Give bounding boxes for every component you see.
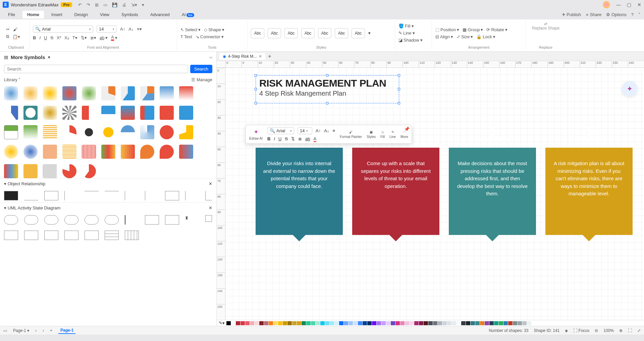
- lock-button[interactable]: 🔒 Lock▾: [476, 34, 495, 39]
- style5[interactable]: Abc: [318, 28, 331, 38]
- color-swatch[interactable]: [405, 321, 409, 325]
- highlight-icon[interactable]: ab: [305, 136, 310, 141]
- color-swatch[interactable]: [297, 321, 301, 325]
- color-swatch[interactable]: [240, 321, 245, 325]
- symbol-item[interactable]: [4, 231, 18, 240]
- inc-font-icon[interactable]: A↑: [316, 128, 321, 133]
- color-swatch[interactable]: [344, 321, 348, 325]
- text-button[interactable]: T Text: [180, 34, 192, 39]
- color-swatch[interactable]: [325, 321, 329, 325]
- group-button[interactable]: ▦ Group▾: [463, 27, 483, 32]
- symbol-item[interactable]: [105, 191, 119, 200]
- pin-icon[interactable]: 📌: [404, 127, 410, 132]
- color-swatch[interactable]: [226, 321, 231, 325]
- add-page-icon[interactable]: +: [50, 328, 52, 333]
- symbol-item[interactable]: [64, 191, 78, 200]
- color-swatch[interactable]: [259, 321, 264, 325]
- color-swatch[interactable]: [410, 321, 414, 325]
- zoom-in-icon[interactable]: ⊕: [619, 328, 623, 333]
- resize-handle[interactable]: [255, 102, 257, 104]
- color-swatch[interactable]: [292, 321, 297, 325]
- symbol-item[interactable]: [140, 125, 154, 139]
- color-swatch[interactable]: [414, 321, 419, 325]
- line-icon[interactable]: ✎: [391, 130, 394, 134]
- color-swatch[interactable]: [231, 321, 235, 325]
- symbol-item[interactable]: [85, 215, 99, 225]
- connector-button[interactable]: ↘ Connector ▾: [196, 34, 224, 39]
- bold-icon[interactable]: B: [33, 35, 36, 40]
- color-swatch[interactable]: [508, 321, 513, 325]
- menu-advanced[interactable]: Advanced: [146, 11, 174, 18]
- select-button[interactable]: ↖ Select ▾: [180, 27, 201, 32]
- color-swatch[interactable]: [513, 321, 517, 325]
- color-swatch[interactable]: [372, 321, 376, 325]
- next-page-icon[interactable]: ›: [43, 328, 44, 333]
- subscript-icon[interactable]: X₂: [64, 35, 69, 40]
- color-swatch[interactable]: [489, 321, 494, 325]
- section-object-relationship[interactable]: ▾ Object Relationship: [4, 181, 45, 186]
- color-swatch[interactable]: [442, 321, 447, 325]
- symbol-item[interactable]: [121, 86, 135, 100]
- symbol-item[interactable]: [64, 215, 78, 225]
- color-swatch[interactable]: [527, 321, 531, 325]
- menu-file[interactable]: File: [3, 11, 20, 18]
- symbol-item[interactable]: [43, 106, 57, 120]
- color-swatch[interactable]: [419, 321, 423, 325]
- publish-button[interactable]: ✈ Publish: [562, 12, 581, 17]
- canvas[interactable]: RISK MANAGEMENT PLAN 4 Step Risk Mangeme…: [225, 68, 644, 320]
- fullscreen-icon[interactable]: ⤢: [637, 328, 641, 333]
- resize-handle[interactable]: [326, 102, 328, 104]
- symbol-item[interactable]: [185, 191, 199, 200]
- page-menu-icon[interactable]: ▭: [3, 328, 7, 333]
- color-swatch[interactable]: [358, 321, 362, 325]
- symbol-item[interactable]: [179, 106, 193, 120]
- symbol-item[interactable]: [145, 191, 159, 200]
- ai-icon[interactable]: ✦: [254, 128, 259, 136]
- float-size-combo[interactable]: 14▾: [298, 127, 312, 134]
- chevron-down-icon[interactable]: ▾: [48, 55, 50, 60]
- cut-icon[interactable]: ✂: [6, 27, 10, 32]
- symbol-item[interactable]: [125, 215, 139, 225]
- color-swatch[interactable]: [367, 321, 372, 325]
- color-swatch[interactable]: [471, 321, 475, 325]
- menu-design[interactable]: Design: [70, 11, 93, 18]
- align-icon[interactable]: ≡▾: [137, 27, 142, 32]
- color-swatch[interactable]: [485, 321, 489, 325]
- symbol-item[interactable]: [140, 106, 154, 120]
- symbol-item[interactable]: [121, 145, 135, 159]
- align-icon[interactable]: ≡: [332, 128, 335, 133]
- close-tab-icon[interactable]: ✕: [259, 54, 262, 59]
- spacing-icon[interactable]: ⇅▾: [81, 35, 87, 40]
- symbol-item[interactable]: [43, 125, 57, 139]
- symbol-item[interactable]: [101, 106, 115, 120]
- focus-button[interactable]: ⛶ Focus: [573, 328, 589, 333]
- color-swatch[interactable]: [480, 321, 484, 325]
- menu-view[interactable]: View: [95, 11, 114, 18]
- symbol-item[interactable]: [4, 191, 18, 200]
- increase-font-icon[interactable]: A↑: [120, 27, 125, 32]
- symbol-item[interactable]: [125, 231, 139, 240]
- symbol-item[interactable]: [205, 191, 212, 200]
- format-brush-icon[interactable]: 🖌: [13, 27, 17, 32]
- dec-font-icon[interactable]: A↓: [324, 128, 329, 133]
- styles-more-icon[interactable]: ▾: [368, 31, 371, 36]
- symbol-item[interactable]: [44, 231, 58, 240]
- fill-icon[interactable]: ◇: [381, 130, 384, 134]
- card-mitigation[interactable]: ⚙Mitigation A risk mitgation plan is all…: [545, 117, 633, 245]
- manage-button[interactable]: ☰ Manage: [191, 77, 212, 82]
- close-section-icon[interactable]: ✕: [209, 205, 212, 210]
- color-swatch[interactable]: [330, 321, 334, 325]
- symbol-item[interactable]: [23, 125, 38, 139]
- symbol-item[interactable]: [179, 86, 193, 100]
- doc-tab[interactable]: ◉ 4-Step Risk M... ✕: [219, 53, 265, 60]
- font-size-combo[interactable]: 14▾: [97, 26, 117, 33]
- symbol-item[interactable]: [62, 164, 76, 178]
- ai-floating-button[interactable]: ✦: [622, 81, 637, 97]
- menu-symbols[interactable]: Symbols: [117, 11, 143, 18]
- color-swatch[interactable]: [339, 321, 343, 325]
- symbol-item[interactable]: [82, 125, 96, 139]
- print-icon[interactable]: 🖨: [122, 2, 126, 7]
- symbol-item[interactable]: [85, 231, 99, 240]
- symbol-item[interactable]: [82, 106, 96, 120]
- symbol-item[interactable]: [160, 86, 174, 100]
